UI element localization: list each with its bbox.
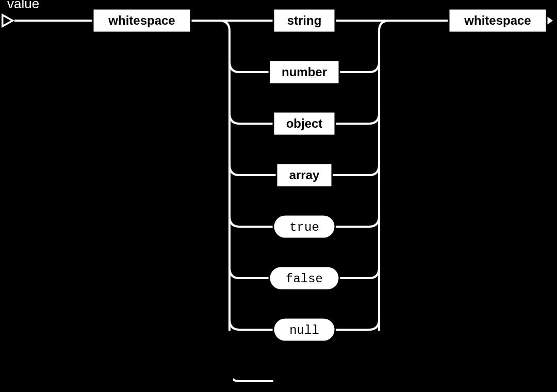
node-label: whitespace [464,13,531,27]
node-label: object [286,116,323,130]
node-label: array [289,168,320,182]
branch-false: false [230,266,379,290]
node-label: number [282,65,327,79]
node-string: string [273,9,335,32]
node-whitespace-pre: whitespace [93,9,191,32]
branch-null: null [230,318,379,381]
branch-object: object [230,112,379,135]
svg-rect-3 [227,331,233,392]
node-label: whitespace [108,13,175,27]
node-label: null [289,323,319,337]
node-label: false [286,272,323,286]
branch-number: number [230,60,379,84]
rule-name: value [7,0,39,11]
right-branch-rail [379,21,389,371]
node-label: string [287,13,322,27]
svg-rect-4 [375,331,382,392]
branch-true: true [230,215,379,238]
node-label: true [289,220,319,234]
railroad-diagram: value whitespace whitespace string numbe… [0,0,557,392]
branch-array: array [230,163,379,187]
left-branch-rail [219,21,230,371]
node-whitespace-post: whitespace [449,9,547,32]
